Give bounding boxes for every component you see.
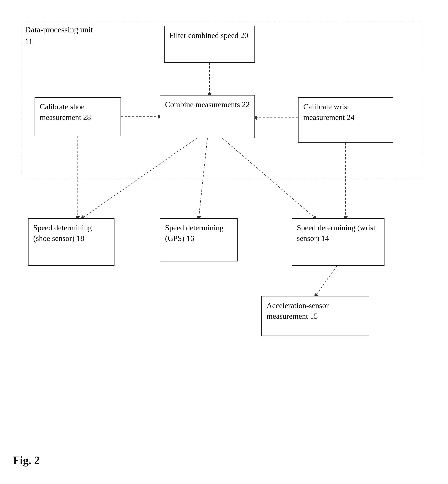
speed-determining-wrist-label: Speed determining (wrist sensor) 14 bbox=[297, 223, 376, 243]
speed-determining-gps-label: Speed determining (GPS) 16 bbox=[165, 223, 224, 243]
calibrate-shoe-label: Calibrate shoe measurement 28 bbox=[40, 102, 91, 122]
calibrate-shoe-measurement-box: Calibrate shoe measurement 28 bbox=[35, 97, 121, 136]
filter-combined-speed-label: Filter combined speed 20 bbox=[169, 31, 248, 40]
calibrate-wrist-label: Calibrate wrist measurement 24 bbox=[303, 102, 354, 122]
filter-combined-speed-box: Filter combined speed 20 bbox=[164, 26, 255, 63]
combine-measurements-label: Combine measurements 22 bbox=[165, 100, 250, 109]
diagram-container: Data-processing unit 11 Filter combined … bbox=[13, 13, 436, 380]
calibrate-wrist-measurement-box: Calibrate wrist measurement 24 bbox=[298, 97, 393, 143]
svg-line-8 bbox=[315, 266, 337, 296]
dpu-label: Data-processing unit bbox=[25, 25, 93, 34]
combine-measurements-box: Combine measurements 22 bbox=[160, 95, 255, 138]
dpu-number: 11 bbox=[25, 37, 33, 46]
acceleration-sensor-label: Acceleration-sensor measurement 15 bbox=[267, 301, 329, 320]
speed-determining-shoe-box: Speed determining (shoe sensor) 18 bbox=[28, 218, 114, 266]
figure-label: Fig. 2 bbox=[13, 454, 40, 467]
acceleration-sensor-box: Acceleration-sensor measurement 15 bbox=[261, 296, 369, 336]
speed-determining-gps-box: Speed determining (GPS) 16 bbox=[160, 218, 238, 261]
speed-determining-wrist-box: Speed determining (wrist sensor) 14 bbox=[292, 218, 384, 266]
speed-determining-shoe-label: Speed determining (shoe sensor) 18 bbox=[33, 223, 92, 243]
